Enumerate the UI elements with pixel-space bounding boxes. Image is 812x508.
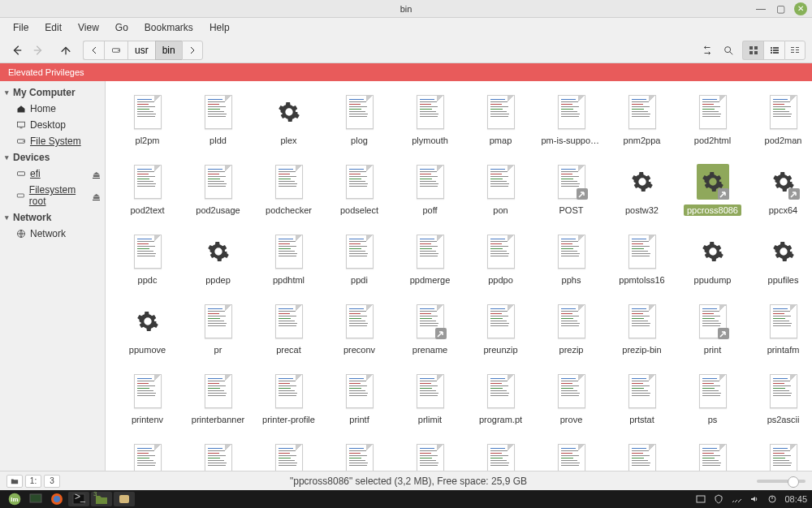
file-item[interactable]: ppufiles xyxy=(748,232,812,286)
taskbar-app-firefox[interactable] xyxy=(47,492,67,506)
sidebar-cat-computer[interactable]: ▾My Computer xyxy=(0,84,105,101)
file-item[interactable]: prtstat xyxy=(607,372,677,425)
sidebar-cat-devices[interactable]: ▾Devices xyxy=(0,149,105,166)
status-tab-1[interactable]: 1: xyxy=(25,475,41,488)
taskbar-app-other[interactable] xyxy=(114,492,135,506)
file-item[interactable]: ppdhtml xyxy=(253,232,324,286)
file-item[interactable]: ps2pdf xyxy=(183,441,253,471)
file-item[interactable]: pphs xyxy=(536,232,607,286)
sidebar-item-fsroot[interactable]: Filesystem root ⏏ xyxy=(0,182,105,209)
file-item[interactable]: ppdi xyxy=(324,232,395,286)
file-pane[interactable]: pl2pmplddplexplogplymouthpmappm-is-suppo… xyxy=(106,81,812,471)
file-item[interactable]: prove xyxy=(536,372,607,425)
file-item[interactable]: ppdep xyxy=(183,232,253,286)
file-item[interactable]: printer-profile xyxy=(253,372,324,425)
file-item[interactable]: printafm xyxy=(748,302,812,355)
file-item[interactable]: ppmtolss16 xyxy=(607,232,677,286)
clock[interactable]: 08:45 xyxy=(784,494,807,504)
file-item[interactable]: pldd xyxy=(183,93,253,146)
tray-power-icon[interactable] xyxy=(767,493,778,505)
file-item[interactable]: postw32 xyxy=(607,162,677,216)
icon-view-button[interactable] xyxy=(742,41,763,60)
file-item[interactable]: pmap xyxy=(465,93,536,146)
menu-bookmarks[interactable]: Bookmarks xyxy=(138,20,200,35)
sidebar-item-home[interactable]: Home xyxy=(0,101,105,117)
menu-help[interactable]: Help xyxy=(203,20,236,35)
file-item[interactable]: pod2man xyxy=(748,93,812,146)
file-item[interactable]: pnm2ppa xyxy=(607,93,677,146)
sidebar-item-network[interactable]: Network xyxy=(0,226,105,242)
up-button[interactable] xyxy=(55,41,76,60)
file-item[interactable]: program.pt xyxy=(465,372,536,425)
file-item[interactable]: pod2usage xyxy=(183,162,253,216)
file-item[interactable]: printerbanner xyxy=(183,372,253,425)
file-item[interactable]: pl2pm xyxy=(112,93,183,146)
file-item[interactable]: ppdpo xyxy=(465,232,536,286)
status-tab-2[interactable]: 3 xyxy=(44,475,60,488)
menu-edit[interactable]: Edit xyxy=(38,20,68,35)
file-item[interactable]: ps2ps2 xyxy=(607,441,677,471)
close-button[interactable]: ✕ xyxy=(794,2,807,15)
file-item[interactable]: ps2epsi xyxy=(112,441,183,471)
tray-volume-icon[interactable] xyxy=(749,493,760,505)
file-item[interactable]: podchecker xyxy=(253,162,324,216)
file-item[interactable]: prename xyxy=(395,302,465,355)
eject-icon[interactable]: ⏏ xyxy=(93,170,100,179)
menu-file[interactable]: File xyxy=(6,20,35,35)
sidebar-cat-network[interactable]: ▾Network xyxy=(0,209,105,226)
file-item[interactable]: psfaddtable xyxy=(748,441,812,471)
file-item[interactable]: ps2ps xyxy=(536,441,607,471)
file-item[interactable]: preunzip xyxy=(465,302,536,355)
maximize-button[interactable]: ▢ xyxy=(775,3,786,15)
file-item[interactable]: ppdmerge xyxy=(395,232,465,286)
file-item[interactable]: ps2txt xyxy=(677,441,748,471)
back-button[interactable] xyxy=(6,41,28,60)
path-next-button[interactable] xyxy=(182,41,203,60)
menu-view[interactable]: View xyxy=(71,20,106,35)
file-item[interactable]: printenv xyxy=(112,372,183,425)
path-root-button[interactable] xyxy=(104,41,127,60)
file-item[interactable]: print xyxy=(677,302,748,355)
list-view-button[interactable] xyxy=(763,41,784,60)
file-item[interactable]: ppdc xyxy=(112,232,183,286)
file-item[interactable]: pod2html xyxy=(677,93,748,146)
file-item[interactable]: pm-is-supported xyxy=(536,93,607,146)
tray-network-icon[interactable] xyxy=(731,493,742,505)
file-item[interactable]: ps xyxy=(677,372,748,425)
taskbar-app-terminal[interactable]: >_ xyxy=(68,492,89,506)
file-item[interactable]: ps2pdf12 xyxy=(253,441,324,471)
file-item[interactable]: prezip xyxy=(536,302,607,355)
taskbar-app-files[interactable]: 3 xyxy=(91,492,112,506)
file-item[interactable]: ps2pdf13 xyxy=(324,441,395,471)
eject-icon[interactable]: ⏏ xyxy=(93,192,100,200)
zoom-slider[interactable] xyxy=(757,480,806,483)
sidebar-item-filesystem[interactable]: File System xyxy=(0,133,105,149)
toggle-location-button[interactable] xyxy=(697,41,718,60)
file-item[interactable]: plymouth xyxy=(395,93,465,146)
start-menu-button[interactable]: lm xyxy=(5,492,24,506)
file-item[interactable]: preconv xyxy=(324,302,395,355)
file-item[interactable]: poff xyxy=(395,162,465,216)
file-item[interactable]: printf xyxy=(324,372,395,425)
path-segment-bin[interactable]: bin xyxy=(155,41,182,60)
menu-go[interactable]: Go xyxy=(109,20,135,35)
file-item[interactable]: ppudump xyxy=(677,232,748,286)
file-item[interactable]: ps2ascii xyxy=(748,372,812,425)
sidebar-item-desktop[interactable]: Desktop xyxy=(0,117,105,133)
file-item[interactable]: pon xyxy=(465,162,536,216)
file-item[interactable]: ps2pdf14 xyxy=(395,441,465,471)
file-item[interactable]: podselect xyxy=(324,162,395,216)
sidebar-item-efi[interactable]: efi ⏏ xyxy=(0,166,105,182)
file-item[interactable]: POST xyxy=(536,162,607,216)
file-item[interactable]: pr xyxy=(183,302,253,355)
path-prev-button[interactable] xyxy=(83,41,104,60)
file-item[interactable]: ppcross8086 xyxy=(677,162,748,216)
forward-button[interactable] xyxy=(28,41,49,60)
compact-view-button[interactable] xyxy=(784,41,806,60)
minimize-button[interactable]: — xyxy=(755,3,767,15)
file-item[interactable]: ppcx64 xyxy=(748,162,812,216)
file-item[interactable]: plog xyxy=(324,93,395,146)
file-item[interactable]: ppumove xyxy=(112,302,183,355)
file-item[interactable]: precat xyxy=(253,302,324,355)
tray-update-icon[interactable] xyxy=(695,493,706,505)
